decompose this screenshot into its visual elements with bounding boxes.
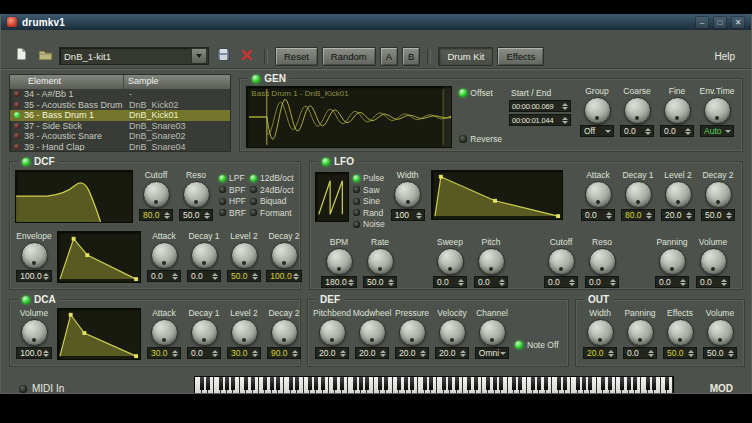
knob-volume[interactable]: Volume100.0 xyxy=(15,308,53,359)
dcf-filter-graph[interactable] xyxy=(15,170,133,223)
knob-modwheel[interactable]: Modwheel20.0 xyxy=(353,308,391,359)
piano-black-key[interactable] xyxy=(608,377,612,390)
value-spinbox[interactable]: 0.0 xyxy=(187,270,221,282)
spin-arrows-icon[interactable] xyxy=(561,103,569,110)
piano-black-key[interactable] xyxy=(448,377,452,390)
knob-dial[interactable] xyxy=(478,248,505,275)
piano-black-key[interactable] xyxy=(397,377,401,390)
knob-dial[interactable] xyxy=(399,319,426,346)
knob-dial[interactable] xyxy=(319,319,346,346)
lfo-wave-graph[interactable] xyxy=(315,172,349,222)
window-titlebar[interactable]: drumkv1 – □ ✕ xyxy=(1,14,751,30)
spin-arrows-icon[interactable] xyxy=(211,350,219,357)
knob-width[interactable]: Width100 xyxy=(389,170,427,221)
spin-arrows-icon[interactable] xyxy=(498,279,506,286)
value-spinbox[interactable]: 180.0 xyxy=(321,276,356,288)
spin-arrows-icon[interactable] xyxy=(42,273,50,280)
piano-black-key[interactable] xyxy=(627,377,631,390)
spin-arrows-icon[interactable] xyxy=(607,350,615,357)
knob-channel[interactable]: ChannelOmni xyxy=(473,308,511,359)
value-spinbox[interactable]: 0.0 xyxy=(544,276,578,288)
piano-black-key[interactable] xyxy=(518,377,522,390)
value-spinbox[interactable]: 20.0 xyxy=(435,347,469,359)
value-combo[interactable]: Off xyxy=(580,125,614,137)
knob-dial[interactable] xyxy=(271,242,298,269)
knob-attack[interactable]: Attack0.0 xyxy=(579,170,617,221)
value-spinbox[interactable]: 0.0 xyxy=(147,270,181,282)
knob-pitchbend[interactable]: Pitchbend20.0 xyxy=(313,308,351,359)
value-spinbox[interactable]: 50.0 xyxy=(179,209,213,221)
piano-black-key[interactable] xyxy=(429,377,433,390)
value-combo[interactable]: Auto xyxy=(700,125,734,137)
spin-arrows-icon[interactable] xyxy=(561,117,569,124)
piano-black-key[interactable] xyxy=(200,377,204,390)
piano-black-key[interactable] xyxy=(455,377,459,390)
value-spinbox[interactable]: 80.0 xyxy=(139,209,173,221)
piano-black-key[interactable] xyxy=(512,377,516,390)
random-button[interactable]: Random xyxy=(322,47,376,66)
piano-black-key[interactable] xyxy=(225,377,229,390)
knob-envelope[interactable]: Envelope100.0 xyxy=(15,231,53,282)
spin-arrows-icon[interactable] xyxy=(609,279,617,286)
open-preset-button[interactable] xyxy=(35,47,55,65)
radio-12db-oct[interactable]: 12dB/oct xyxy=(250,173,294,183)
piano-black-key[interactable] xyxy=(219,377,223,390)
piano-black-key[interactable] xyxy=(295,377,299,390)
spin-arrows-icon[interactable] xyxy=(211,273,219,280)
piano-black-key[interactable] xyxy=(404,377,408,390)
knob-dial[interactable] xyxy=(191,319,218,346)
spin-arrows-icon[interactable] xyxy=(568,279,576,286)
spin-arrows-icon[interactable] xyxy=(347,279,355,286)
radio-formant[interactable]: Formant xyxy=(250,208,294,218)
piano-black-key[interactable] xyxy=(601,377,605,390)
value-spinbox[interactable]: 50.0 xyxy=(227,270,261,282)
value-spinbox[interactable]: 100.0 xyxy=(16,347,51,359)
spin-arrows-icon[interactable] xyxy=(684,128,692,135)
column-element[interactable]: Element xyxy=(10,75,124,89)
piano-black-key[interactable] xyxy=(206,377,210,390)
dca-envelope-graph[interactable] xyxy=(57,308,141,360)
knob-volume[interactable]: Volume50.0 xyxy=(701,308,739,359)
minimize-button[interactable]: – xyxy=(695,16,709,29)
knob-decay-1[interactable]: Decay 180.0 xyxy=(619,170,657,221)
spin-arrows-icon[interactable] xyxy=(645,212,653,219)
knob-dial[interactable] xyxy=(143,181,170,208)
reverse-checkbox[interactable]: Reverse xyxy=(459,134,502,144)
knob-reso[interactable]: Reso50.0 xyxy=(177,170,215,221)
value-spinbox[interactable]: 0.0 xyxy=(696,276,730,288)
piano-black-key[interactable] xyxy=(423,377,427,390)
knob-dial[interactable] xyxy=(437,248,464,275)
spin-arrows-icon[interactable] xyxy=(720,279,728,286)
knob-dial[interactable] xyxy=(625,181,652,208)
element-row[interactable]: 39 - Hand ClapDnB_Snare04 xyxy=(10,142,230,152)
knob-reso[interactable]: Reso0.0 xyxy=(583,237,621,288)
dcf-envelope-graph[interactable] xyxy=(57,231,141,283)
knob-coarse[interactable]: Coarse0.0 xyxy=(618,86,656,137)
piano-black-key[interactable] xyxy=(308,377,312,390)
value-spinbox[interactable]: 0.0 xyxy=(585,276,619,288)
radio-rand[interactable]: Rand xyxy=(353,208,385,218)
knob-dial[interactable] xyxy=(704,97,731,124)
knob-dial[interactable] xyxy=(664,97,691,124)
piano-black-key[interactable] xyxy=(314,377,318,390)
element-list-header[interactable]: Element Sample xyxy=(10,75,230,89)
spin-arrows-icon[interactable] xyxy=(339,350,347,357)
knob-attack[interactable]: Attack30.0 xyxy=(145,308,183,359)
piano-black-key[interactable] xyxy=(563,377,567,390)
compare-a-button[interactable]: A xyxy=(380,47,398,66)
knob-pitch[interactable]: Pitch0.0 xyxy=(472,237,510,288)
reset-button[interactable]: Reset xyxy=(275,47,318,66)
piano-black-key[interactable] xyxy=(665,377,669,390)
knob-decay-1[interactable]: Decay 10.0 xyxy=(185,308,223,359)
value-spinbox[interactable]: 100.0 xyxy=(266,270,301,282)
knob-cutoff[interactable]: Cutoff0.0 xyxy=(542,237,580,288)
spin-arrows-icon[interactable] xyxy=(647,350,655,357)
piano-black-key[interactable] xyxy=(576,377,580,390)
preset-combo-button[interactable] xyxy=(191,48,207,64)
knob-env-time[interactable]: Env.TimeAuto xyxy=(698,86,736,137)
spin-arrows-icon[interactable] xyxy=(457,279,465,286)
help-menu[interactable]: Help xyxy=(708,49,741,64)
offset-end-spinbox[interactable]: 00:00:01.044 xyxy=(509,114,571,126)
value-spinbox[interactable]: 50.0 xyxy=(701,209,735,221)
spin-arrows-icon[interactable] xyxy=(644,128,652,135)
